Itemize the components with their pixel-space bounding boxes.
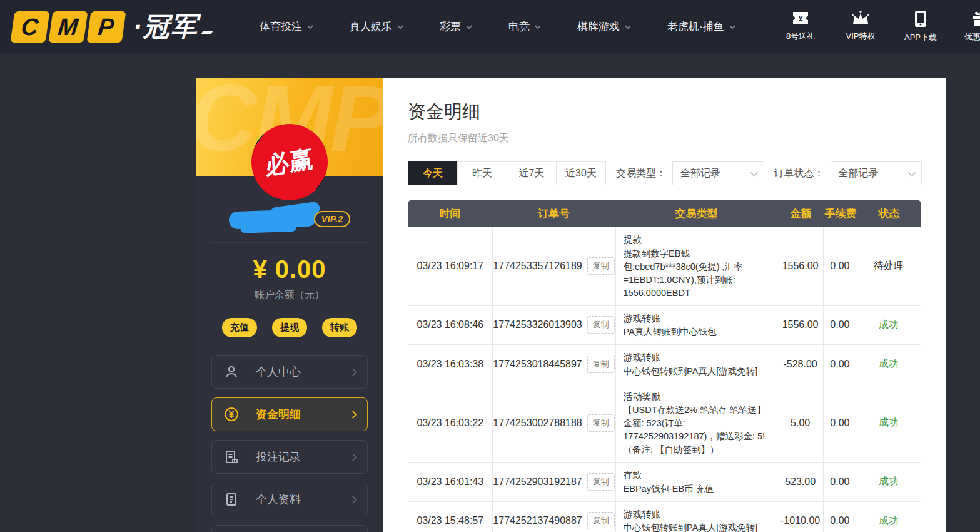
time-value: 03/23 16:08:46: [417, 319, 483, 330]
table-row: 03/23 16:03:22 1774253002788188 复制 活动奖励 …: [408, 384, 921, 463]
cell-type: 提款 提款到数字EB钱包:ebed7b***38c0(免提) ,汇率=1EBDT…: [616, 227, 777, 305]
cell-time: 03/23 16:08:46: [408, 306, 493, 345]
logo-letter-box: P: [86, 11, 126, 43]
user-icon: [223, 364, 240, 380]
chevron-down-icon: [729, 25, 735, 29]
date-range-tabs: 今天 昨天 近7天 近30天: [408, 161, 606, 185]
cell-fee: 0.00: [824, 306, 856, 345]
cell-fee: 0.00: [824, 384, 856, 463]
copy-button[interactable]: 复制: [587, 414, 615, 432]
col-header-amount: 金额: [777, 207, 824, 221]
sidebar-item-bet-records[interactable]: 投注记录: [211, 440, 368, 474]
withdraw-button[interactable]: 提现: [272, 318, 307, 337]
quick-links: ¥ 8号送礼 VIP特权 APP下载: [779, 10, 980, 43]
quick-link-vip[interactable]: VIP特权: [839, 10, 882, 43]
quick-link-promo[interactable]: 优惠活动: [959, 10, 980, 43]
copy-button[interactable]: 复制: [587, 473, 615, 491]
transfer-button[interactable]: 转账: [322, 318, 357, 337]
order-number: 1774252137490887: [493, 515, 582, 526]
nav-item-esports[interactable]: 电竞: [508, 19, 541, 34]
transaction-type-title: 游戏转账: [624, 350, 661, 365]
copy-button[interactable]: 复制: [587, 316, 615, 334]
copy-button[interactable]: 复制: [587, 512, 615, 529]
tab-last7days[interactable]: 近7天: [507, 161, 557, 185]
copy-button[interactable]: 复制: [587, 257, 615, 275]
transaction-type-description: 提款到数字EB钱包:ebed7b***38c0(免提) ,汇率=1EBDT:1.…: [624, 247, 769, 300]
quick-link-app[interactable]: APP下载: [899, 10, 942, 43]
cell-order: 1774253357126189 复制: [493, 227, 616, 305]
bet-record-icon: [223, 449, 240, 465]
cell-type: 游戏转账 中心钱包转账到PA真人[游戏免转]: [616, 502, 777, 532]
transaction-type-description: PA真人转账到中心钱包: [624, 325, 717, 339]
time-value: 03/23 16:01:43: [417, 476, 483, 488]
deposit-button[interactable]: 充值: [222, 318, 257, 337]
cell-type: 活动奖励 【USDT存款送2% 笔笔存 笔笔送】金额: 523(订单: 1774…: [616, 384, 777, 463]
table-row: 03/23 16:08:46 1774253326013903 复制 游戏转账 …: [408, 306, 921, 345]
cell-time: 03/23 15:48:57: [408, 502, 493, 532]
nav-item-slots-fishing[interactable]: 老虎机·捕鱼: [667, 19, 735, 34]
table-body: 03/23 16:09:17 1774253357126189 复制 提款 提款…: [408, 227, 921, 532]
sidebar-item-label: 个人中心: [256, 364, 301, 379]
cell-status: 成功: [856, 306, 921, 345]
amount-value: -1010.00: [780, 515, 820, 526]
chevron-down-icon: [750, 168, 758, 176]
order-status-select[interactable]: 全部记录: [831, 161, 922, 185]
cell-amount: 1556.00: [777, 306, 824, 345]
cell-amount: -1010.00: [777, 502, 824, 532]
copy-button[interactable]: 复制: [587, 356, 615, 373]
svg-text:¥: ¥: [798, 14, 803, 23]
cell-type: 游戏转账 中心钱包转账到PA真人[游戏免转]: [616, 345, 777, 384]
site-logo[interactable]: C M P ·冠军: [13, 9, 212, 44]
order-number: 1774253002788188: [493, 417, 582, 429]
sidebar-item-personal-center[interactable]: 个人中心: [211, 355, 368, 389]
transaction-type-label: 交易类型：: [616, 167, 666, 180]
chevron-down-icon: [397, 25, 403, 29]
yuan-circle-icon: [223, 406, 240, 422]
order-status-label: 订单状态：: [774, 167, 824, 180]
phone-icon: [914, 10, 927, 28]
quick-link-gift8[interactable]: ¥ 8号送礼: [779, 10, 822, 43]
transaction-type-title: 活动奖励: [624, 390, 661, 404]
sidebar-item-security-center[interactable]: 安全中心: [211, 525, 368, 532]
col-header-type: 交易类型: [615, 201, 777, 227]
cell-fee: 0.00: [824, 463, 856, 501]
transaction-type-title: 存款: [624, 468, 642, 483]
transaction-type-description: 【USDT存款送2% 笔笔存 笔笔送】金额: 523(订单: 177425290…: [624, 404, 769, 456]
cell-status: 成功: [856, 384, 921, 463]
sidebar-divider: [211, 242, 368, 243]
sidebar-item-funds-detail[interactable]: 资金明细: [211, 397, 368, 431]
nav-item-board-games[interactable]: 棋牌游戏: [577, 19, 631, 34]
cell-time: 03/23 16:01:43: [408, 463, 493, 501]
tab-last30days[interactable]: 近30天: [556, 161, 606, 185]
tab-yesterday[interactable]: 昨天: [457, 161, 507, 185]
chevron-right-icon: [349, 453, 357, 461]
logo-letter-box: M: [48, 11, 88, 43]
balance-label: 账户余额（元）: [196, 289, 383, 302]
logo-text: ·冠军: [133, 9, 198, 44]
order-number: 1774253326013903: [493, 319, 582, 330]
sidebar-item-personal-profile[interactable]: 个人资料: [211, 483, 368, 516]
cell-time: 03/23 16:03:22: [408, 384, 493, 463]
cell-fee: 0.00: [824, 345, 856, 384]
quick-link-label: APP下载: [904, 32, 937, 43]
status-badge: 成功: [879, 514, 899, 528]
logo-letter: C: [20, 13, 40, 40]
avatar[interactable]: 必赢: [251, 124, 328, 200]
transaction-type-description: 中心钱包转账到PA真人[游戏免转]: [624, 521, 758, 532]
time-value: 03/23 15:48:57: [417, 515, 483, 526]
col-header-time: 时间: [408, 207, 492, 221]
table-row: 03/23 15:48:57 1774252137490887 复制 游戏转账 …: [408, 502, 921, 532]
cell-order: 1774253002788188 复制: [493, 384, 616, 463]
transaction-type-select[interactable]: 全部记录: [672, 161, 764, 185]
nav-item-label: 棋牌游戏: [577, 19, 620, 34]
nav-item-sports[interactable]: 体育投注: [260, 19, 313, 34]
tab-today[interactable]: 今天: [408, 161, 458, 185]
select-value: 全部记录: [839, 167, 879, 180]
table-header: 时间 订单号 交易类型 金额 手续费 状态: [408, 200, 921, 227]
funds-table: 时间 订单号 交易类型 金额 手续费 状态 03/23 16:09:17 177…: [408, 200, 921, 532]
nav-item-lottery[interactable]: 彩票: [440, 19, 472, 34]
quick-link-label: VIP特权: [846, 31, 876, 42]
filter-controls: 今天 昨天 近7天 近30天 交易类型： 全部记录 订单状态： 全部记录: [408, 161, 922, 185]
nav-item-live-casino[interactable]: 真人娱乐: [350, 19, 403, 34]
sidebar-item-label: 资金明细: [256, 407, 301, 422]
